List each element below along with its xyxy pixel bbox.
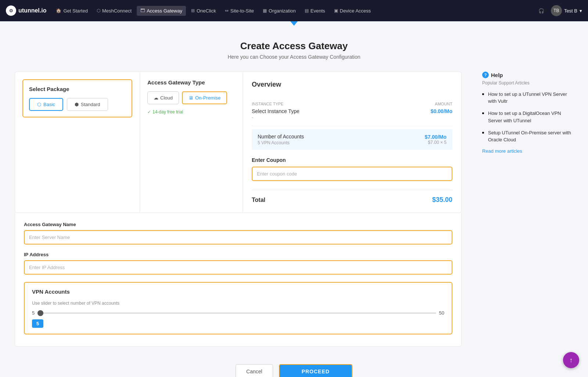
onpremise-icon: 🖥 xyxy=(189,95,193,101)
nav-item-events[interactable]: ▤ Events xyxy=(301,6,329,16)
page-title: Create Access Gateway xyxy=(15,40,573,52)
bottom-bar: Cancel PROCEED xyxy=(15,364,573,377)
coupon-section: Enter Coupon xyxy=(252,157,452,181)
article-item-1: How to set up a UTunnel VPN Server with … xyxy=(488,91,573,105)
select-package-title: Select Package xyxy=(29,86,126,92)
gateway-type-section: Access Gateway Type ☁ Cloud 🖥 On-Premise… xyxy=(140,72,243,213)
page-subtitle: Here you can Choose your Access Gateway … xyxy=(15,54,573,60)
main-content: Create Access Gateway Here you can Choos… xyxy=(0,29,588,377)
nav-item-organization[interactable]: ▦ Organization xyxy=(259,6,300,16)
step-arrow xyxy=(290,21,298,26)
vpn-accounts-desc: Use slider to select number of VPN accou… xyxy=(32,301,444,306)
select-package-card: Select Package ⬡ Basic ⬢ Standard xyxy=(22,79,132,117)
vpn-accounts-slider[interactable] xyxy=(37,312,436,314)
help-icon: ? xyxy=(482,72,489,78)
popular-articles-label: Popular Support Articles xyxy=(482,80,573,86)
vpn-accounts-title: VPN Accounts xyxy=(32,289,444,295)
navbar: ⊙ utunnel.io 🏠 Get Started ⬡ MeshConnect… xyxy=(0,0,588,21)
chevron-down-icon: ▾ xyxy=(580,8,582,14)
brand-icon: ⊙ xyxy=(6,6,16,16)
avatar: TB xyxy=(551,5,562,16)
site-icon: ⇔ xyxy=(225,8,229,13)
total-price: $35.00 xyxy=(432,196,452,204)
ip-address-input[interactable] xyxy=(24,260,452,275)
page-header: Create Access Gateway Here you can Choos… xyxy=(15,40,573,60)
on-premise-type-button[interactable]: 🖥 On-Premise xyxy=(182,91,227,104)
slider-row: 5 50 xyxy=(32,310,444,316)
instance-type-sub: - xyxy=(252,115,452,120)
standard-package-button[interactable]: ⬢ Standard xyxy=(67,98,108,111)
ip-address-group: IP Address xyxy=(24,252,452,275)
instance-type-main: Select Instance Type $0.00/Mo xyxy=(252,108,452,114)
gateway-name-input[interactable] xyxy=(24,230,452,244)
article-item-3: Setup UTunnel On-Premise server with Ora… xyxy=(488,129,573,143)
brand-logo[interactable]: ⊙ utunnel.io xyxy=(6,6,46,16)
total-row: Total $35.00 xyxy=(252,190,452,204)
instance-type-row: Instance Type AMOUNT Select Instance Typ… xyxy=(252,96,452,126)
help-title: ? Help xyxy=(482,72,573,78)
events-icon: ▤ xyxy=(305,8,309,13)
cloud-type-button[interactable]: ☁ Cloud xyxy=(147,91,179,104)
package-buttons: ⬡ Basic ⬢ Standard xyxy=(29,98,126,111)
coupon-label: Enter Coupon xyxy=(252,157,452,163)
gateway-type-title: Access Gateway Type xyxy=(147,79,235,86)
device-icon: ▣ xyxy=(334,8,338,13)
headset-icon: 🎧 xyxy=(538,8,544,14)
vpn-accounts-card: VPN Accounts Use slider to select number… xyxy=(24,282,452,334)
vpn-accounts-value: 5 xyxy=(32,319,43,328)
support-button[interactable]: 🎧 xyxy=(535,6,548,16)
article-link-3[interactable]: Setup UTunnel On-Premise server with Ora… xyxy=(488,130,571,142)
slider-max-label: 50 xyxy=(439,310,444,316)
article-link-1[interactable]: How to set up a UTunnel VPN Server with … xyxy=(488,91,567,104)
coupon-input[interactable] xyxy=(252,167,452,181)
user-menu[interactable]: TB Test B ▾ xyxy=(551,5,582,16)
overview-title: Overview xyxy=(252,81,452,88)
org-icon: ▦ xyxy=(263,8,267,13)
cloud-icon: ☁ xyxy=(154,95,158,101)
home-icon: 🏠 xyxy=(56,8,61,13)
article-list: How to set up a UTunnel VPN Server with … xyxy=(482,91,573,143)
nav-right: 🎧 TB Test B ▾ xyxy=(535,5,582,16)
instance-type-header: Instance Type AMOUNT xyxy=(252,102,452,106)
cancel-button[interactable]: Cancel xyxy=(236,364,273,377)
check-icon: ✓ xyxy=(147,109,151,115)
standard-icon: ⬢ xyxy=(75,102,79,107)
gateway-nav-icon: 🗔 xyxy=(140,8,145,13)
mesh-icon: ⬡ xyxy=(97,8,100,13)
nav-item-device-access[interactable]: ▣ Device Access xyxy=(330,6,375,16)
total-label: Total xyxy=(252,197,265,203)
step-indicator xyxy=(0,21,588,26)
read-more-link[interactable]: Read more articles xyxy=(482,148,573,154)
accounts-main: Number of Accounts 5 VPN Accounts $7.00/… xyxy=(258,134,447,145)
ip-address-label: IP Address xyxy=(24,252,452,257)
nav-item-mesh-connect[interactable]: ⬡ MeshConnect xyxy=(93,6,135,16)
gateway-name-group: Access Gateway Name xyxy=(24,222,452,244)
scroll-to-top-button[interactable]: ↑ xyxy=(563,352,579,368)
article-item-2: How to set up a DigitalOcean VPN Server … xyxy=(488,110,573,124)
help-panel: ? Help Popular Support Articles How to s… xyxy=(470,72,573,154)
nav-item-get-started[interactable]: 🏠 Get Started xyxy=(52,6,91,16)
gateway-name-label: Access Gateway Name xyxy=(24,222,452,227)
overview-section: Overview Instance Type AMOUNT Select Ins… xyxy=(243,72,461,213)
nav-item-site-to-site[interactable]: ⇔ Site-to-Site xyxy=(221,6,258,16)
nav-item-oneclick[interactable]: ⊞ OneClick xyxy=(187,6,220,16)
nav-item-access-gateway[interactable]: 🗔 Access Gateway xyxy=(137,6,186,16)
type-buttons: ☁ Cloud 🖥 On-Premise xyxy=(147,91,235,104)
brand-name: utunnel.io xyxy=(18,7,46,14)
proceed-button[interactable]: PROCEED xyxy=(279,364,352,377)
oneclick-icon: ⊞ xyxy=(191,8,195,13)
slider-min-label: 5 xyxy=(32,310,35,316)
form-section: Access Gateway Name IP Address VPN Accou… xyxy=(15,213,462,347)
basic-icon: ⬡ xyxy=(37,102,41,107)
basic-package-button[interactable]: ⬡ Basic xyxy=(29,98,63,111)
accounts-row: Number of Accounts 5 VPN Accounts $7.00/… xyxy=(252,129,452,150)
arrow-up-icon: ↑ xyxy=(570,356,573,364)
article-link-2[interactable]: How to set up a DigitalOcean VPN Server … xyxy=(488,110,561,123)
select-package-section: Select Package ⬡ Basic ⬢ Standard xyxy=(15,72,140,213)
free-trial-badge: ✓ 14-day free trial xyxy=(147,109,235,115)
